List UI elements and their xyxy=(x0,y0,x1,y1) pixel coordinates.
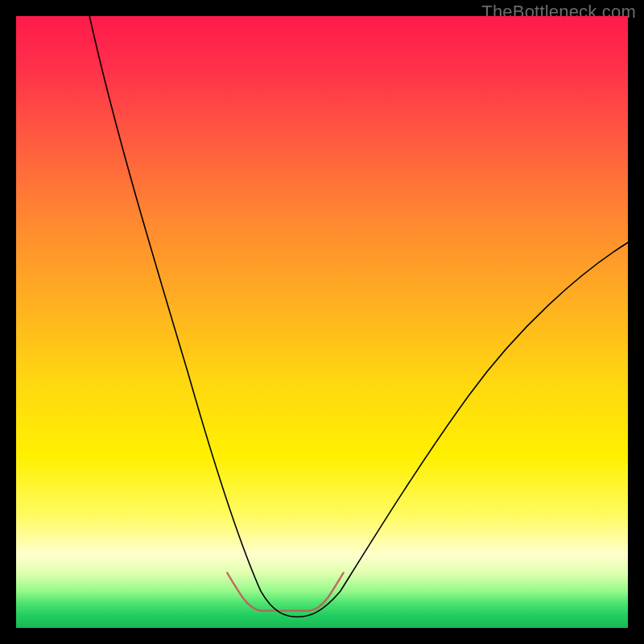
chart-frame: TheBottleneck.com xyxy=(0,0,644,644)
plot-area xyxy=(16,16,628,628)
curve-svg xyxy=(16,16,628,628)
bottleneck-curve-path xyxy=(89,16,628,617)
